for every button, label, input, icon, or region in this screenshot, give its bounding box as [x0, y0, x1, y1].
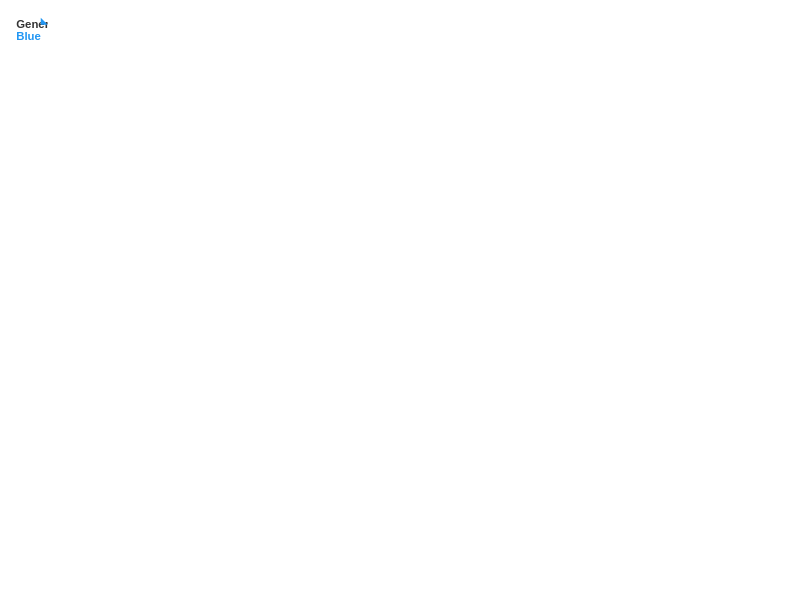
- logo: General Blue: [16, 16, 48, 44]
- page-header: General Blue: [16, 16, 776, 44]
- logo-icon: General Blue: [16, 16, 48, 44]
- svg-text:Blue: Blue: [16, 30, 41, 42]
